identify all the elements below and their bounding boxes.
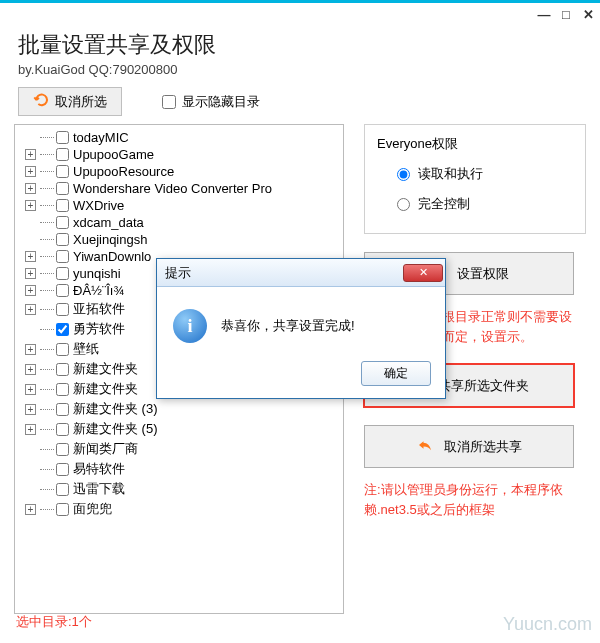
permission-title: Everyone权限: [377, 135, 573, 153]
tree-label: UpupooResource: [73, 164, 174, 179]
unshare-label: 取消所选共享: [444, 438, 522, 456]
tree-item[interactable]: +Wondershare Video Converter Pro: [25, 180, 341, 197]
tree-checkbox[interactable]: [56, 199, 69, 212]
tree-label: UpupooGame: [73, 147, 154, 162]
tree-label: YiwanDownlo: [73, 249, 151, 264]
show-hidden-checkbox[interactable]: 显示隐藏目录: [162, 93, 260, 111]
maximize-button[interactable]: □: [560, 9, 572, 21]
tree-item[interactable]: +新建文件夹 (5): [25, 419, 341, 439]
tree-checkbox[interactable]: [56, 323, 69, 336]
close-button[interactable]: ✕: [582, 9, 594, 21]
set-permission-label: 设置权限: [457, 265, 509, 283]
tree-item[interactable]: xdcam_data: [25, 214, 341, 231]
minimize-button[interactable]: —: [538, 9, 550, 21]
tree-checkbox[interactable]: [56, 343, 69, 356]
app-subtitle: by.KuaiGod QQ:790200800: [18, 62, 582, 77]
tree-label: 易特软件: [73, 460, 125, 478]
tree-label: 新建文件夹 (3): [73, 400, 158, 418]
expand-toggle[interactable]: +: [25, 183, 36, 194]
tree-item[interactable]: +新建文件夹 (3): [25, 399, 341, 419]
tree-label: 新建文件夹 (5): [73, 420, 158, 438]
tree-checkbox[interactable]: [56, 403, 69, 416]
tree-label: 亚拓软件: [73, 300, 125, 318]
tree-checkbox[interactable]: [56, 216, 69, 229]
deselect-label: 取消所选: [55, 93, 107, 111]
expand-toggle: [25, 444, 36, 455]
expand-toggle[interactable]: +: [25, 364, 36, 375]
tree-item[interactable]: 新闻类厂商: [25, 439, 341, 459]
tree-checkbox[interactable]: [56, 463, 69, 476]
expand-toggle[interactable]: +: [25, 251, 36, 262]
tree-checkbox[interactable]: [56, 483, 69, 496]
expand-toggle[interactable]: +: [25, 384, 36, 395]
tree-checkbox[interactable]: [56, 267, 69, 280]
expand-toggle[interactable]: +: [25, 424, 36, 435]
radio-read-exec-input[interactable]: [397, 168, 410, 181]
expand-toggle[interactable]: +: [25, 504, 36, 515]
expand-toggle: [25, 484, 36, 495]
tree-item[interactable]: +UpupooResource: [25, 163, 341, 180]
tree-item[interactable]: +WXDrive: [25, 197, 341, 214]
permission-group: Everyone权限 读取和执行 完全控制: [364, 124, 586, 234]
tree-label: ÐÂ½¨Îı¾: [73, 283, 124, 298]
tree-checkbox[interactable]: [56, 443, 69, 456]
tree-checkbox[interactable]: [56, 131, 69, 144]
expand-toggle[interactable]: +: [25, 404, 36, 415]
tree-label: Xuejinqingsh: [73, 232, 147, 247]
tree-item[interactable]: 迅雷下载: [25, 479, 341, 499]
tree-checkbox[interactable]: [56, 148, 69, 161]
tree-label: WXDrive: [73, 198, 124, 213]
app-title: 批量设置共享及权限: [18, 30, 582, 60]
expand-toggle[interactable]: +: [25, 200, 36, 211]
tree-item[interactable]: +面兜兜: [25, 499, 341, 519]
deselect-button[interactable]: 取消所选: [18, 87, 122, 116]
dialog-ok-button[interactable]: 确定: [361, 361, 431, 386]
window-controls: — □ ✕: [0, 0, 600, 26]
tree-label: 迅雷下载: [73, 480, 125, 498]
tree-checkbox[interactable]: [56, 383, 69, 396]
tree-checkbox[interactable]: [56, 284, 69, 297]
dialog-titlebar: 提示 ✕: [157, 259, 445, 287]
tree-label: xdcam_data: [73, 215, 144, 230]
tree-checkbox[interactable]: [56, 363, 69, 376]
toolbar: 取消所选 显示隐藏目录: [0, 79, 600, 124]
tree-checkbox[interactable]: [56, 423, 69, 436]
show-hidden-input[interactable]: [162, 95, 176, 109]
tree-label: yunqishi: [73, 266, 121, 281]
tree-label: Wondershare Video Converter Pro: [73, 181, 272, 196]
tree-label: 新闻类厂商: [73, 440, 138, 458]
expand-toggle: [25, 324, 36, 335]
tree-item[interactable]: 易特软件: [25, 459, 341, 479]
unshare-button[interactable]: 取消所选共享: [364, 425, 574, 468]
tree-checkbox[interactable]: [56, 182, 69, 195]
info-icon: i: [173, 309, 207, 343]
expand-toggle: [25, 132, 36, 143]
expand-toggle[interactable]: +: [25, 149, 36, 160]
expand-toggle: [25, 217, 36, 228]
expand-toggle: [25, 464, 36, 475]
radio-full-control-input[interactable]: [397, 198, 410, 211]
tree-item[interactable]: todayMIC: [25, 129, 341, 146]
message-dialog: 提示 ✕ i 恭喜你，共享设置完成! 确定: [156, 258, 446, 399]
tree-label: todayMIC: [73, 130, 129, 145]
expand-toggle[interactable]: +: [25, 304, 36, 315]
tree-label: 壁纸: [73, 340, 99, 358]
watermark: Yuucn.com: [503, 614, 592, 635]
tree-item[interactable]: Xuejinqingsh: [25, 231, 341, 248]
show-hidden-label: 显示隐藏目录: [182, 93, 260, 111]
tree-checkbox[interactable]: [56, 165, 69, 178]
radio-full-control[interactable]: 完全控制: [397, 195, 573, 213]
expand-toggle[interactable]: +: [25, 285, 36, 296]
tree-item[interactable]: +UpupooGame: [25, 146, 341, 163]
expand-toggle[interactable]: +: [25, 268, 36, 279]
tree-checkbox[interactable]: [56, 233, 69, 246]
expand-toggle[interactable]: +: [25, 166, 36, 177]
tree-label: 新建文件夹: [73, 380, 138, 398]
expand-toggle[interactable]: +: [25, 344, 36, 355]
radio-read-exec[interactable]: 读取和执行: [397, 165, 573, 183]
tree-checkbox[interactable]: [56, 303, 69, 316]
tree-checkbox[interactable]: [56, 250, 69, 263]
tree-checkbox[interactable]: [56, 503, 69, 516]
undo-icon: [33, 92, 49, 111]
dialog-close-button[interactable]: ✕: [403, 264, 443, 282]
